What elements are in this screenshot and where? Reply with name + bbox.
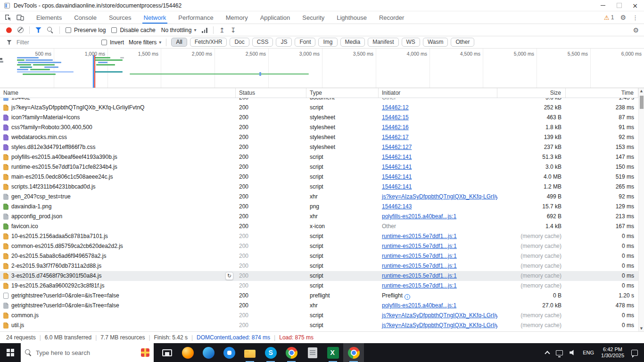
search-icon[interactable] [47, 27, 54, 33]
network-settings-gear-icon[interactable]: ⚙ [633, 27, 639, 33]
start-button[interactable] [0, 343, 21, 362]
filter-chip-css[interactable]: CSS [252, 38, 273, 47]
initiator-link[interactable]: 154462:143 [382, 202, 412, 212]
table-row[interactable]: 154462200documentOther5.6 kB1.43 s [0, 98, 638, 103]
table-row[interactable]: 2-es2015.9a3f7f760db7311a2d88.js200scrip… [0, 261, 638, 271]
initiator-link[interactable]: 154462:17 [382, 132, 409, 142]
scroll-up-icon[interactable]: ▲ [639, 89, 644, 93]
initiator-link[interactable]: js?key=AIzaSyDfppbthQTngIQXb_KKfq-LGrIiy… [382, 192, 497, 202]
table-row[interactable]: 10-es2015.2156adaa5c8781ba7101.js200scri… [0, 231, 638, 241]
initiator-link[interactable]: polyfills-es2015.a40beaf...js:1 [382, 212, 456, 222]
inspect-element-icon[interactable] [4, 13, 12, 22]
taskbar-app-chrome-active[interactable] [343, 343, 364, 362]
table-row[interactable]: scripts.14f2311b64231bbcad0d.js200script… [0, 182, 638, 192]
table-row[interactable]: util.js200scriptjs?key=AIzaSyDfppbthQTng… [0, 321, 638, 330]
taskbar-app-app-gray[interactable] [302, 343, 322, 362]
minimize-button[interactable] [595, 0, 611, 11]
invert-checkbox[interactable] [101, 40, 107, 45]
column-header-status[interactable]: Status [236, 88, 306, 98]
more-filters-button[interactable]: More filters ▾ [129, 39, 161, 46]
taskbar-app-file-explorer[interactable] [239, 343, 260, 362]
initiator-link[interactable]: runtime-es2015.5e7ddf1...js:1 [382, 271, 457, 281]
taskbar-app-firefox[interactable] [177, 343, 198, 362]
language-indicator[interactable]: ENG [579, 343, 597, 362]
tab-elements[interactable]: Elements [30, 11, 68, 24]
initiator-link[interactable]: polyfills-es2015.a40beaf...js:1 [382, 301, 456, 311]
disable-cache-control[interactable]: Disable cache [111, 27, 155, 33]
maximize-button[interactable] [611, 0, 627, 11]
table-row[interactable]: davaindia-1.png200png154462:14315.7 kB12… [0, 202, 638, 212]
table-row[interactable]: gen_204?csp_test=true200xhrjs?key=AIzaSy… [0, 192, 638, 202]
table-row[interactable]: common.js200scriptjs?key=AIzaSyDfppbthQT… [0, 311, 638, 321]
table-row[interactable]: icon?family=Material+Icons200stylesheet1… [0, 113, 638, 123]
initiator-link[interactable]: runtime-es2015.5e7ddf1...js:1 [382, 251, 457, 261]
initiator-link[interactable]: runtime-es2015.5e7ddf1...js:1 [382, 241, 457, 251]
filter-chip-fetchxhr[interactable]: Fetch/XHR [190, 38, 227, 47]
column-header-type[interactable]: Type [306, 88, 379, 98]
scrollbar-thumb[interactable] [640, 96, 644, 109]
settings-gear-icon[interactable]: ⚙ [620, 14, 626, 21]
preserve-log-checkbox[interactable] [66, 27, 71, 33]
initiator-link[interactable]: 154462:12 [382, 103, 409, 113]
column-header-initiator[interactable]: Initiator [379, 88, 497, 98]
table-row[interactable]: styles.d812e3d4791eff866f7b.css200styles… [0, 142, 638, 152]
table-row[interactable]: runtime-es2015.5e7ddf10a71cfe8234b4.js20… [0, 162, 638, 172]
filter-chip-other[interactable]: Other [451, 38, 474, 47]
initiator-link[interactable]: runtime-es2015.5e7ddf1...js:1 [382, 281, 457, 291]
taskbar-clock[interactable]: 6:42 PM 1/30/2025 [601, 346, 624, 359]
info-icon[interactable]: i [405, 294, 410, 300]
table-row[interactable]: common-es2015.d85759ca2cb620dea2d2.js200… [0, 241, 638, 251]
table-row[interactable]: favicon.ico200x-iconOther1.4 kB167 ms [0, 222, 638, 231]
filter-chip-font[interactable]: Font [295, 38, 315, 47]
taskbar-app-app-blue[interactable] [219, 343, 239, 362]
clear-network-log-icon[interactable] [17, 27, 24, 33]
filter-chip-all[interactable]: All [171, 38, 187, 47]
table-row[interactable]: 3-es2015.d74568f79c3901f50a84.js↻200scri… [0, 271, 638, 281]
initiator-link[interactable]: js?key=AIzaSyDfppbthQTngIQXb_KKfq-LGrIiy… [382, 311, 497, 321]
table-row[interactable]: webdatarocks.min.css200stylesheet154462:… [0, 132, 638, 142]
filter-chip-doc[interactable]: Doc [230, 38, 249, 47]
filter-chip-wasm[interactable]: Wasm [423, 38, 448, 47]
issues-counter[interactable]: ⚠ 1 [604, 14, 614, 21]
tab-recorder[interactable]: Recorder [373, 11, 410, 24]
vertical-scrollbar[interactable]: ▲ ▼ [638, 88, 644, 331]
search-highlights-icon[interactable] [141, 348, 149, 357]
filter-chip-manifest[interactable]: Manifest [368, 38, 398, 47]
taskbar-app-skype[interactable] [260, 343, 281, 362]
replay-request-icon[interactable]: ↻ [225, 272, 233, 280]
tab-lighthouse[interactable]: Lighthouse [330, 11, 373, 24]
table-row[interactable]: polyfills-es2015.a40beaf6eef4193a390b.js… [0, 152, 638, 162]
taskbar-app-edge[interactable] [198, 343, 219, 362]
initiator-link[interactable]: runtime-es2015.5e7ddf1...js:1 [382, 261, 457, 271]
initiator-link[interactable]: 154462:141 [382, 162, 412, 172]
filter-input[interactable]: Filter [17, 39, 97, 46]
column-header-name[interactable]: Name [0, 88, 236, 98]
table-row[interactable]: 20-es2015.5aba8c6ad6f9496578a2.js200scri… [0, 251, 638, 261]
taskbar-app-task-view[interactable] [157, 343, 177, 362]
tab-security[interactable]: Security [296, 11, 330, 24]
initiator-link[interactable]: js?key=AIzaSyDfppbthQTngIQXb_KKfq-LGrIiy… [382, 321, 497, 330]
close-button[interactable]: × [627, 0, 643, 11]
disable-cache-checkbox[interactable] [111, 27, 117, 33]
filter-chip-img[interactable]: Img [318, 38, 337, 47]
tab-network[interactable]: Network [138, 11, 173, 24]
record-network-log-button[interactable] [6, 27, 12, 33]
import-har-icon[interactable]: ↥ [219, 27, 225, 33]
initiator-link[interactable]: 154462:15 [382, 113, 409, 123]
more-options-icon[interactable]: ⋮ [632, 15, 638, 21]
export-har-icon[interactable]: ↧ [231, 27, 236, 33]
initiator-link[interactable]: 154462:141 [382, 152, 412, 162]
device-toolbar-icon[interactable] [16, 13, 25, 22]
tab-memory[interactable]: Memory [220, 11, 254, 24]
table-row[interactable]: appconfig_prod.json200xhrpolyfills-es201… [0, 212, 638, 222]
volume[interactable] [566, 343, 579, 362]
tab-application[interactable]: Application [254, 11, 297, 24]
tab-console[interactable]: Console [68, 11, 103, 24]
throttling-select[interactable]: No throttling ▾ [161, 27, 197, 33]
column-header-size[interactable]: Size [497, 88, 566, 98]
taskbar-app-excel[interactable] [322, 343, 343, 362]
initiator-link[interactable]: 154462:141 [382, 172, 412, 182]
filter-chip-js[interactable]: JS [276, 38, 292, 47]
table-row[interactable]: css?family=Roboto:300,400,500200styleshe… [0, 123, 638, 132]
network-status[interactable] [553, 343, 566, 362]
